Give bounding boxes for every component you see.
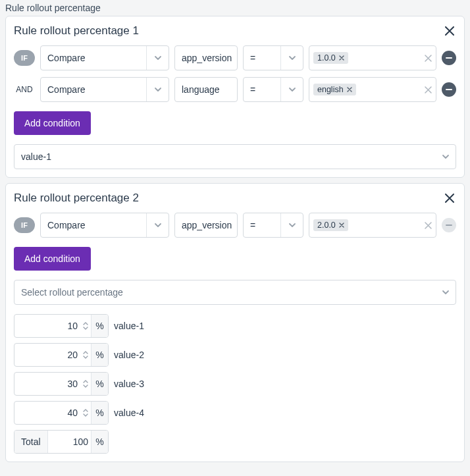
compare-select-value: Compare <box>41 220 146 230</box>
value-tag: 1.0.0 <box>313 52 348 64</box>
chevron-down-icon <box>146 213 169 237</box>
percentage-input[interactable] <box>14 315 80 337</box>
percentage-label: value-4 <box>114 408 144 418</box>
operator-value: = <box>244 220 280 230</box>
add-condition-label: Add condition <box>24 118 80 128</box>
percentage-allocations: % value-1 % value-2 <box>14 314 456 454</box>
percentage-label: value-3 <box>114 379 144 389</box>
value-tag: english <box>313 84 356 95</box>
value-tag-text: english <box>317 85 344 94</box>
and-badge: AND <box>14 82 35 97</box>
value-tag-input[interactable]: english <box>309 77 436 102</box>
stepper-icon[interactable] <box>80 373 91 395</box>
percentage-input[interactable] <box>14 402 80 424</box>
total-value <box>48 431 91 453</box>
chevron-down-icon <box>146 78 169 101</box>
close-icon[interactable] <box>443 24 456 38</box>
rule-card-title: Rule rollout percentage 2 <box>14 192 139 205</box>
remove-condition-button[interactable] <box>442 51 456 65</box>
tag-remove-icon[interactable] <box>347 87 352 92</box>
chevron-down-icon <box>280 46 303 70</box>
rule-card-1: Rule rollout percentage 1 IF Compare app… <box>5 16 465 178</box>
value-select-value: value-1 <box>14 151 436 162</box>
clear-tags-icon[interactable] <box>425 55 432 62</box>
tag-remove-icon[interactable] <box>339 55 344 61</box>
value-tag-input[interactable]: 1.0.0 <box>309 45 436 70</box>
condition-row: IF Compare app_version = 1.0.0 <box>14 45 456 70</box>
compare-select[interactable]: Compare <box>40 77 169 102</box>
value-tag-text: 1.0.0 <box>317 53 336 63</box>
field-name-input[interactable]: app_version <box>174 45 238 70</box>
compare-select-value: Compare <box>41 53 146 63</box>
percentage-total-row: Total % <box>14 430 456 454</box>
value-tag-text: 2.0.0 <box>317 221 336 230</box>
percentage-input-wrap: % <box>14 314 109 338</box>
remove-condition-button <box>442 218 456 232</box>
compare-select[interactable]: Compare <box>40 213 169 238</box>
percentage-input[interactable] <box>14 373 80 395</box>
clear-tags-icon[interactable] <box>425 86 432 93</box>
chevron-down-icon <box>436 280 456 304</box>
value-select[interactable]: value-1 <box>14 144 456 169</box>
add-condition-label: Add condition <box>24 253 80 264</box>
operator-value: = <box>244 84 280 95</box>
field-name-value: app_version <box>182 53 232 63</box>
percentage-label: value-2 <box>114 350 144 360</box>
remove-condition-button[interactable] <box>442 82 456 97</box>
operator-value: = <box>244 53 280 63</box>
percentage-row: % value-4 <box>14 401 456 425</box>
percentage-input-wrap: % <box>14 401 109 425</box>
stepper-icon[interactable] <box>80 315 91 337</box>
operator-select[interactable]: = <box>243 77 303 102</box>
rule-card-title: Rule rollout percentage 1 <box>14 24 139 38</box>
percentage-row: % value-3 <box>14 372 456 396</box>
section-title: Rule rollout percentage <box>5 3 101 13</box>
section-header: Rule rollout percentage <box>0 0 470 16</box>
if-badge: IF <box>14 50 35 66</box>
stepper-icon[interactable] <box>80 344 91 366</box>
percentage-input[interactable] <box>14 344 80 366</box>
value-tag-input[interactable]: 2.0.0 <box>309 213 436 238</box>
rule-card-2: Rule rollout percentage 2 IF Compare app… <box>5 183 465 462</box>
tag-remove-icon[interactable] <box>339 223 344 228</box>
chevron-down-icon <box>280 213 303 237</box>
total-input-wrap: Total % <box>14 430 109 454</box>
percentage-row: % value-2 <box>14 343 456 367</box>
percent-symbol: % <box>91 431 108 453</box>
value-tag: 2.0.0 <box>313 219 348 231</box>
stepper-icon[interactable] <box>80 402 91 424</box>
percentage-label: value-1 <box>114 321 144 331</box>
rollout-select-placeholder: Select rollout percentage <box>14 287 436 298</box>
condition-row: IF Compare app_version = 2.0.0 <box>14 213 456 238</box>
percent-symbol: % <box>91 402 108 424</box>
chevron-down-icon <box>280 78 303 101</box>
total-label: Total <box>14 431 48 453</box>
percent-symbol: % <box>91 373 108 395</box>
operator-select[interactable]: = <box>243 45 303 70</box>
percent-symbol: % <box>91 344 108 366</box>
compare-select[interactable]: Compare <box>40 45 169 70</box>
add-condition-button[interactable]: Add condition <box>14 247 91 271</box>
add-condition-button[interactable]: Add condition <box>14 111 91 135</box>
close-icon[interactable] <box>443 192 456 205</box>
condition-row: AND Compare language = english <box>14 77 456 102</box>
chevron-down-icon <box>436 145 456 169</box>
field-name-input[interactable]: language <box>174 77 238 102</box>
chevron-down-icon <box>146 46 169 70</box>
field-name-value: app_version <box>182 220 232 230</box>
clear-tags-icon[interactable] <box>425 222 432 229</box>
field-name-input[interactable]: app_version <box>174 213 238 238</box>
field-name-value: language <box>182 84 220 95</box>
operator-select[interactable]: = <box>243 213 303 238</box>
rollout-select[interactable]: Select rollout percentage <box>14 280 456 305</box>
percentage-input-wrap: % <box>14 372 109 396</box>
percentage-input-wrap: % <box>14 343 109 367</box>
percentage-row: % value-1 <box>14 314 456 338</box>
percent-symbol: % <box>91 315 108 337</box>
compare-select-value: Compare <box>41 84 146 95</box>
if-badge: IF <box>14 217 35 233</box>
